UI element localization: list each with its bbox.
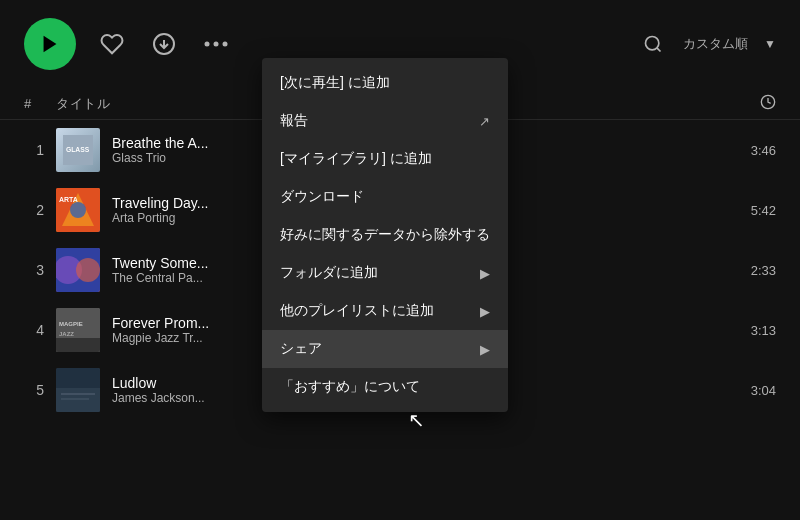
chevron-right-icon: ▶	[480, 266, 490, 281]
chevron-right-icon: ▶	[480, 304, 490, 319]
context-menu: [次に再生] に追加 報告 ↗ [マイライブラリ] に追加 ダウンロード 好みに…	[262, 58, 508, 412]
menu-item-download[interactable]: ダウンロード	[262, 178, 508, 216]
menu-item-share[interactable]: シェア ▶	[262, 330, 508, 368]
menu-item-add-playlist[interactable]: 他のプレイリストに追加 ▶	[262, 292, 508, 330]
menu-item-add-next[interactable]: [次に再生] に追加	[262, 64, 508, 102]
menu-item-label: 他のプレイリストに追加	[280, 302, 470, 320]
menu-item-label: 報告	[280, 112, 469, 130]
menu-item-label: 好みに関するデータから除外する	[280, 226, 490, 244]
menu-item-label: [マイライブラリ] に追加	[280, 150, 490, 168]
menu-item-report[interactable]: 報告 ↗	[262, 102, 508, 140]
chevron-right-icon: ▶	[480, 342, 490, 357]
menu-item-label: [次に再生] に追加	[280, 74, 490, 92]
menu-item-label: ダウンロード	[280, 188, 490, 206]
context-menu-overlay[interactable]: [次に再生] に追加 報告 ↗ [マイライブラリ] に追加 ダウンロード 好みに…	[0, 0, 800, 520]
menu-item-add-library[interactable]: [マイライブラリ] に追加	[262, 140, 508, 178]
menu-item-label: 「おすすめ」について	[280, 378, 490, 396]
menu-item-label: フォルダに追加	[280, 264, 470, 282]
menu-item-recommend-info[interactable]: 「おすすめ」について	[262, 368, 508, 406]
menu-item-add-folder[interactable]: フォルダに追加 ▶	[262, 254, 508, 292]
menu-item-exclude[interactable]: 好みに関するデータから除外する	[262, 216, 508, 254]
external-link-icon: ↗	[479, 114, 490, 129]
menu-item-label: シェア	[280, 340, 470, 358]
